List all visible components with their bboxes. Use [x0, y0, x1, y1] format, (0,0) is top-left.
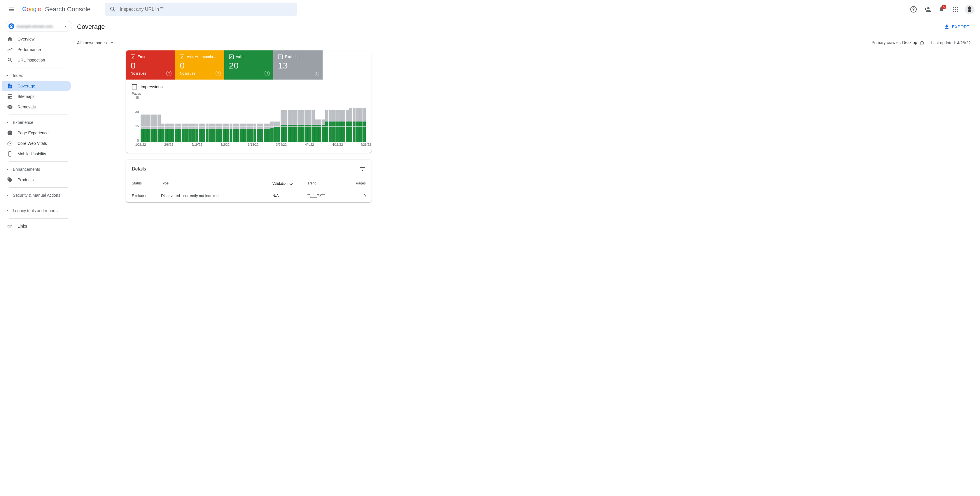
chevron-down-icon	[5, 120, 10, 125]
svg-point-8	[957, 9, 958, 10]
checkbox-icon: ✓	[180, 54, 185, 59]
google-logo: Google Search Console	[22, 6, 91, 13]
tag-icon	[7, 177, 13, 183]
chevron-down-icon	[63, 23, 68, 29]
chevron-right-icon	[5, 208, 10, 213]
chevron-right-icon	[5, 193, 10, 198]
help-button[interactable]	[908, 3, 920, 15]
help-icon[interactable]: ?	[166, 71, 172, 76]
apps-icon	[952, 6, 959, 13]
section-experience[interactable]: Experience	[2, 117, 75, 128]
checkbox-icon: ✓	[278, 54, 283, 59]
sitemap-icon	[7, 93, 13, 99]
nav-sitemaps[interactable]: Sitemaps	[2, 91, 71, 102]
chart-y-label: Pages	[132, 92, 366, 95]
search-icon	[110, 6, 116, 13]
svg-point-2	[913, 11, 914, 11]
nav-performance[interactable]: Performance	[2, 44, 71, 55]
help-icon[interactable]: ?	[264, 71, 270, 76]
svg-text:Google: Google	[22, 6, 41, 12]
details-card: Details Status Type Validation Trend Pag…	[126, 160, 372, 202]
section-security[interactable]: Security & Manual Actions	[2, 190, 75, 201]
checkbox-icon: ✓	[130, 54, 135, 59]
home-icon	[7, 36, 13, 42]
apps-button[interactable]	[950, 3, 961, 15]
product-name: Search Console	[45, 6, 91, 13]
help-icon[interactable]: ?	[920, 41, 924, 46]
url-inspect-search[interactable]	[105, 3, 297, 16]
notifications-button[interactable]: 5	[935, 3, 947, 15]
impressions-label: Impressions	[141, 84, 162, 89]
phone-icon	[7, 151, 13, 157]
chevron-down-icon	[5, 73, 10, 78]
nav-removals[interactable]: Removals	[2, 102, 71, 112]
page-filter-dropdown[interactable]: All known pages	[77, 40, 115, 46]
filter-icon	[359, 166, 366, 173]
last-updated: Last updated: 4/26/22	[931, 41, 970, 45]
table-row[interactable]: Excluded Discovered - currently not inde…	[126, 189, 372, 202]
google-logo-icon: Google	[22, 6, 44, 13]
nav-mobile-usability[interactable]: Mobile Usability	[2, 149, 71, 159]
tab-valid[interactable]: ✓Valid 20 ?	[224, 51, 273, 79]
page-title: Coverage	[77, 23, 940, 31]
document-icon	[7, 83, 13, 89]
details-title: Details	[132, 166, 359, 172]
chevron-down-icon	[5, 167, 10, 172]
col-pages[interactable]: Pages	[345, 181, 366, 186]
svg-point-9	[953, 11, 954, 12]
help-icon[interactable]: ?	[216, 71, 221, 76]
trending-icon	[7, 47, 13, 52]
section-legacy[interactable]: Legacy tools and reports	[2, 206, 75, 216]
link-icon	[7, 223, 13, 229]
svg-point-10	[955, 11, 956, 12]
col-status[interactable]: Status	[132, 181, 161, 186]
col-validation[interactable]: Validation	[272, 181, 307, 186]
section-index[interactable]: Index	[2, 70, 75, 81]
account-button[interactable]	[964, 3, 975, 15]
nav-core-web-vitals[interactable]: Core Web Vitals	[2, 138, 71, 149]
checkbox-icon: ✓	[229, 54, 234, 59]
tab-valid-with-warnings[interactable]: ✓Valid with warnin... 0 No issues ?	[175, 51, 224, 79]
arrow-down-icon	[289, 181, 293, 186]
col-type[interactable]: Type	[161, 181, 272, 186]
help-icon	[910, 6, 917, 13]
coverage-chart: 4530150 1/28/222/8/222/19/223/2/223/13/2…	[132, 96, 366, 147]
nav-links[interactable]: Links	[2, 221, 71, 231]
svg-point-4	[955, 7, 956, 8]
coverage-chart-card: ✓Error 0 No issues ? ✓Valid with warnin.…	[126, 51, 372, 153]
property-name: example-domain.com	[17, 24, 60, 29]
avatar	[965, 5, 974, 14]
section-enhancements[interactable]: Enhancements	[2, 164, 75, 174]
tab-excluded[interactable]: ✓Excluded 13 ?	[273, 51, 322, 79]
globe-icon	[8, 23, 14, 29]
main-content: Coverage EXPORT All known pages Primary …	[75, 19, 980, 496]
nav-page-experience[interactable]: Page Experience	[2, 128, 71, 138]
impressions-checkbox[interactable]	[132, 84, 137, 89]
nav-url-inspection[interactable]: URL inspection	[2, 55, 71, 65]
export-button[interactable]: EXPORT	[940, 22, 973, 32]
svg-text:?: ?	[921, 42, 923, 44]
hamburger-menu-button[interactable]	[5, 2, 19, 16]
help-icon[interactable]: ?	[314, 71, 319, 76]
plus-circle-icon	[7, 130, 13, 136]
search-icon	[7, 57, 13, 63]
svg-point-13	[968, 6, 971, 10]
tab-error[interactable]: ✓Error 0 No issues ?	[126, 51, 175, 79]
filter-button[interactable]	[359, 166, 366, 173]
trend-sparkline	[307, 193, 345, 198]
notification-badge: 5	[942, 5, 946, 10]
app-header: Google Search Console 5	[0, 0, 980, 19]
nav-overview[interactable]: Overview	[2, 34, 71, 44]
svg-point-7	[955, 9, 956, 10]
svg-point-6	[953, 9, 954, 10]
url-inspect-input[interactable]	[120, 7, 293, 12]
col-trend[interactable]: Trend	[307, 181, 345, 186]
users-button[interactable]	[922, 3, 933, 15]
chevron-down-icon	[109, 40, 115, 46]
sidebar: example-domain.com Overview Performance …	[0, 19, 75, 496]
svg-point-11	[957, 11, 958, 12]
visibility-off-icon	[7, 104, 13, 110]
nav-coverage[interactable]: Coverage	[2, 81, 71, 91]
nav-products[interactable]: Products	[2, 174, 71, 185]
property-selector[interactable]: example-domain.com	[5, 21, 72, 32]
